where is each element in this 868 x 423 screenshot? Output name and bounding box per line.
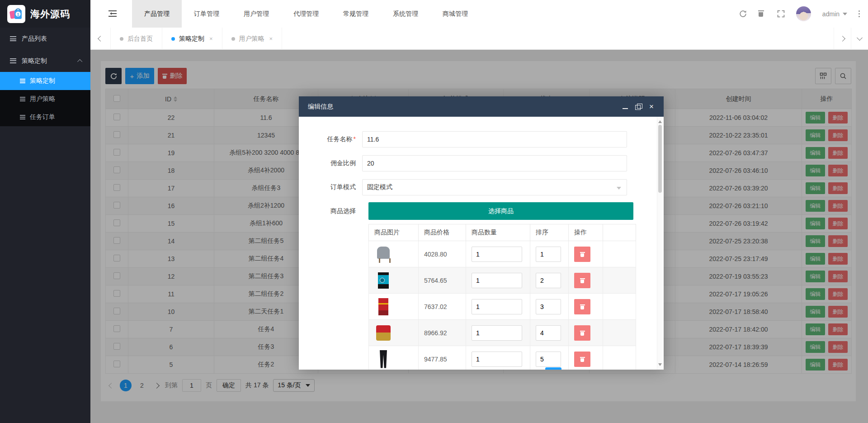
tab-user-strategy[interactable]: 用户策略 × [222,28,283,50]
trash-icon [580,304,585,309]
product-qty-input[interactable] [472,325,522,341]
close-icon[interactable]: × [648,104,655,110]
order-mode-select[interactable]: 固定模式 [362,179,627,195]
tabs-scroll-left[interactable] [90,28,111,50]
col-product-qty: 商品数量 [466,224,530,241]
edit-dialog: 编辑信息 × 任务名称* 佣金比例 订单模式 固定模式 商品选择 选择商品 [299,96,664,370]
modal-scrollbar[interactable] [657,117,663,370]
product-select-label: 商品选择 [311,207,362,215]
product-pagination-clipped [545,367,561,370]
fullscreen-icon[interactable] [777,10,785,18]
product-sort-cell [530,346,569,370]
username: admin [822,10,840,18]
more-menu-icon[interactable] [859,10,860,17]
menu-collapse-icon[interactable] [108,10,117,17]
sidebar-submenu: 策略定制 用户策略 任务订单 [0,72,90,126]
product-sort-input[interactable] [536,273,561,288]
product-header-row: 商品图片 商品价格 商品数量 排序 操作 [369,224,636,241]
restore-icon[interactable] [635,104,642,110]
required-mark: * [354,135,356,143]
svg-text:$: $ [17,12,19,16]
nav-item-user[interactable]: 用户管理 [231,0,281,28]
sidebar-item-strategy-group[interactable]: 策略定制 [0,50,90,72]
user-menu[interactable]: admin [822,10,847,18]
tabs-menu-toggle[interactable] [851,28,868,50]
product-qty-input[interactable] [472,273,522,288]
tab-strategy[interactable]: 策略定制 × [162,28,222,50]
product-sort-input[interactable] [536,352,561,367]
product-qty-input[interactable] [472,352,522,367]
product-sort-input[interactable] [536,299,561,314]
product-row: 7637.02 [369,294,636,320]
product-sort-cell [530,294,569,320]
product-table-wrap: 商品图片 商品价格 商品数量 排序 操作 4028.80 [368,224,636,370]
chevron-up-icon [77,59,82,64]
tab-home[interactable]: 后台首页 [111,28,162,50]
minimize-icon[interactable] [622,104,628,110]
trash-icon [580,356,585,362]
tab-bar: 后台首页 策略定制 × 用户策略 × [90,28,868,50]
product-qty-cell [466,241,530,267]
product-sort-input[interactable] [536,247,561,262]
product-image-cell [369,346,419,370]
product-price-cell: 4028.80 [419,241,466,267]
product-delete-button[interactable] [574,299,590,314]
product-price-cell: 9477.85 [419,346,466,370]
product-ops-cell [569,294,603,320]
nav-item-agent[interactable]: 代理管理 [281,0,331,28]
brand-area: $ 海外源码 [0,0,90,28]
nav-item-mall[interactable]: 商城管理 [430,0,480,28]
sidebar-subitem-task-order[interactable]: 任务订单 [0,108,90,126]
product-sort-cell [530,320,569,346]
task-name-row: 任务名称* [311,131,627,147]
dialog-title: 编辑信息 [308,103,333,111]
product-qty-cell [466,294,530,320]
chevron-down-icon [843,13,847,18]
task-name-input[interactable] [362,131,627,147]
commission-row: 佣金比例 [311,155,627,171]
product-image [374,271,392,290]
trash-icon [580,278,585,283]
sidebar: $ 海外源码 产品列表 策略定制 策略定制 用户策略 任务订单 [0,0,90,423]
choose-product-button[interactable]: 选择商品 [368,202,633,220]
sidebar-subitem-strategy[interactable]: 策略定制 [0,72,90,90]
product-price-cell: 8966.92 [419,320,466,346]
close-icon[interactable]: × [269,35,273,42]
product-delete-button[interactable] [574,352,590,367]
product-filler-cell [603,320,636,346]
list-icon [10,58,16,63]
scrollbar-thumb[interactable] [658,125,662,193]
order-mode-row: 订单模式 固定模式 [311,179,627,195]
nav-item-order[interactable]: 订单管理 [182,0,231,28]
nav-item-system[interactable]: 系统管理 [381,0,430,28]
sidebar-item-label: 策略定制 [22,57,47,65]
tabs-scroll-right[interactable] [834,28,851,50]
product-delete-button[interactable] [574,273,590,288]
product-qty-input[interactable] [472,247,522,262]
product-qty-input[interactable] [472,299,522,314]
product-image-cell [369,320,419,346]
tab-dot [120,37,123,41]
close-icon[interactable]: × [209,35,213,42]
nav-item-general[interactable]: 常规管理 [331,0,381,28]
sidebar-subitem-user-strategy[interactable]: 用户策略 [0,90,90,108]
commission-input[interactable] [362,155,627,171]
product-delete-button[interactable] [574,247,590,262]
product-delete-button[interactable] [574,325,590,341]
avatar[interactable] [796,6,811,21]
dialog-titlebar[interactable]: 编辑信息 × [299,96,664,117]
nav-item-product[interactable]: 产品管理 [132,0,182,28]
refresh-icon[interactable] [739,10,747,18]
product-row: 5764.65 [369,267,636,294]
product-image [374,324,392,342]
col-product-price: 商品价格 [419,224,466,241]
product-qty-cell [466,320,530,346]
trash-icon[interactable] [758,10,766,18]
sidebar-item-label: 产品列表 [22,35,47,43]
product-ops-cell [569,320,603,346]
product-sort-input[interactable] [536,325,561,341]
sidebar-item-product-list[interactable]: 产品列表 [0,28,90,50]
scroll-down-icon[interactable] [658,363,662,368]
scroll-up-icon[interactable] [658,119,662,123]
list-icon [20,97,25,101]
